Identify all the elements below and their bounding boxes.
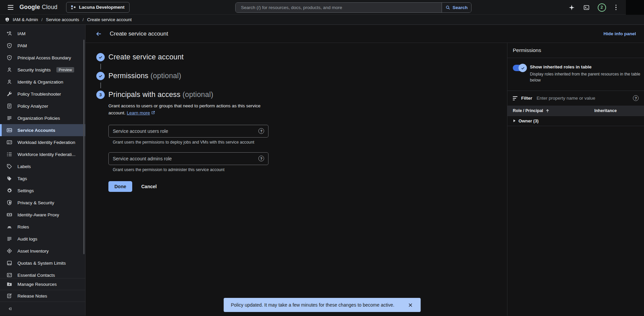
sidebar-item-policy-analyzer[interactable]: Policy Analyzer [0,100,85,112]
sidebar-item-release-notes[interactable]: Release Notes [0,290,85,302]
sidebar-item-workload-identity-federation[interactable]: Workload Identity Federation [0,136,85,148]
step-done-check-icon [96,53,105,61]
sidebar-item-settings[interactable]: Settings [0,185,85,197]
sidebar-item-principal-access-boundary[interactable]: Principal Access Boundary [0,52,85,64]
tag-icon [6,175,12,181]
toast-close-icon[interactable] [408,303,413,308]
done-button[interactable]: Done [108,181,132,192]
sidebar-item-identity-aware-proxy[interactable]: Identity-Aware Proxy [0,209,85,221]
service-account-users-role-field[interactable]: Service account users role? [108,125,268,138]
field-help-icon[interactable]: ? [258,128,264,134]
notifications-badge[interactable]: 2 [598,3,606,12]
project-icon [71,5,76,10]
sidebar-item-audit-logs[interactable]: Audit logs [0,233,85,245]
filter-help-icon[interactable]: ? [633,95,639,101]
toast-notification: Policy updated. It may take a few minute… [224,298,420,312]
toggle-check-icon [521,66,525,70]
sidebar-item-iam[interactable]: IAM [0,28,85,40]
service-account-admins-role-field[interactable]: Service account admins role? [108,152,268,165]
sidebar-item-privacy-security[interactable]: Privacy & Security [0,197,85,209]
sidebar-scrollbar[interactable] [83,40,85,254]
cloud-shell-icon[interactable] [583,4,590,11]
google-cloud-logo[interactable]: Google Cloud [19,4,57,11]
more-options-icon[interactable] [614,3,618,12]
toggle-description: Display roles inherited from the parent … [530,71,641,84]
field-help-icon[interactable]: ? [258,156,264,161]
sidebar-item-identity-organization[interactable]: Identity & Organization [0,76,85,88]
sidebar-item-workforce-identity-federati[interactable]: Workforce Identity Federati... [0,148,85,160]
sidebar-bottom: Manage ResourcesRelease Notes [0,278,85,302]
filter-label[interactable]: Filter [521,96,532,101]
step-connector [100,64,101,69]
project-name: Lacuna Development [79,5,125,10]
search-input[interactable]: Search (/) for resources, docs, products… [236,3,442,12]
sort-ascending-icon [545,109,550,113]
proxy-icon [6,212,12,218]
release-notes-icon [6,293,12,299]
privacy-shield-icon [6,200,12,206]
gear-icon [6,188,12,194]
wizard-step-create-service-account[interactable]: Create service account [96,53,507,61]
cancel-button[interactable]: Cancel [141,184,157,189]
breadcrumb-item-iam-admin[interactable]: IAM & Admin [13,17,38,22]
expand-icon[interactable] [513,119,515,122]
wizard-step-principals-with-access[interactable]: 3Principals with access (optional) [96,91,507,99]
list-doc-icon [6,115,12,121]
breadcrumb-item-service-accounts[interactable]: Service accounts [46,17,79,22]
hide-info-panel-link[interactable]: Hide info panel [603,31,636,36]
search-button[interactable]: Search [442,3,471,12]
gemini-sparkle-icon[interactable] [568,4,575,11]
sidebar-item-quotas-system-limits[interactable]: Quotas & System Limits [0,257,85,269]
shield-badge-icon [6,43,12,49]
toggle-label: Show inherited roles in table [530,64,641,69]
search-placeholder: Search (/) for resources, docs, products… [241,5,342,10]
wizard-step-permissions[interactable]: Permissions (optional) [96,72,507,80]
learn-more-link[interactable]: Learn more [127,110,150,115]
sidebar-item-security-insights[interactable]: Security InsightsPreview [0,64,85,76]
external-link-icon [151,110,155,117]
sidebar-item-organization-policies[interactable]: Organization Policies [0,112,85,124]
field-helper-text: Grant users the permissions to deploy jo… [113,140,507,145]
role-row-owner-3[interactable]: Owner (3) [507,116,644,126]
filter-row: Filter Enter property name or value ? [507,91,644,106]
show-inherited-roles-toggle[interactable] [513,65,526,71]
info-panel: Permissions Show inherited roles in tabl… [507,43,644,316]
collapse-sidebar-button[interactable] [0,302,85,316]
sidebar-item-essential-contacts[interactable]: Essential Contacts [0,269,85,278]
global-search: Search (/) for resources, docs, products… [235,2,472,13]
sidebar-item-roles[interactable]: Roles [0,221,85,233]
step-description: Grant access to users or groups that nee… [108,103,277,117]
page-header: Create service account Hide info panel [86,25,644,43]
wrench-icon [6,91,12,97]
sidebar-item-labels[interactable]: Labels [0,160,85,172]
avatar[interactable] [626,0,644,15]
sidebar-item-asset-inventory[interactable]: Asset Inventory [0,245,85,257]
sidebar-item-tags[interactable]: Tags [0,172,85,185]
filter-input[interactable]: Enter property name or value [537,96,633,101]
info-panel-title: Permissions [507,43,644,58]
top-bar: Google Cloud Lacuna Development Search (… [0,0,644,15]
back-button[interactable] [93,28,104,40]
project-selector[interactable]: Lacuna Development [66,2,130,13]
sidebar-item-service-accounts[interactable]: Service Accounts [0,124,85,136]
sidebar: IAMPAMPrincipal Access BoundarySecurity … [0,25,86,316]
breadcrumb: IAM & Admin/Service accounts/Create serv… [0,15,644,25]
roles-table-header: Role / Principal Inheritance [507,106,644,116]
sidebar-item-pam[interactable]: PAM [0,40,85,52]
wizard-area: Create service accountPermissions (optio… [86,43,507,316]
person-circle-icon [6,79,12,85]
shield-account-icon [6,55,12,61]
step-connector [100,83,101,88]
sidebar-item-manage-resources[interactable]: Manage Resources [0,278,85,290]
column-role-principal[interactable]: Role / Principal [513,108,594,113]
column-inheritance[interactable]: Inheritance [594,108,617,113]
person-search-icon [6,67,12,73]
roles-icon [6,224,12,230]
preview-badge: Preview [56,67,74,72]
label-icon [6,163,12,169]
menu-icon[interactable] [5,2,16,13]
filter-icon [513,96,517,100]
sidebar-item-policy-troubleshooter[interactable]: Policy Troubleshooter [0,88,85,100]
field-helper-text: Grant users the permission to administer… [113,167,507,172]
folder-manage-icon [6,281,12,287]
